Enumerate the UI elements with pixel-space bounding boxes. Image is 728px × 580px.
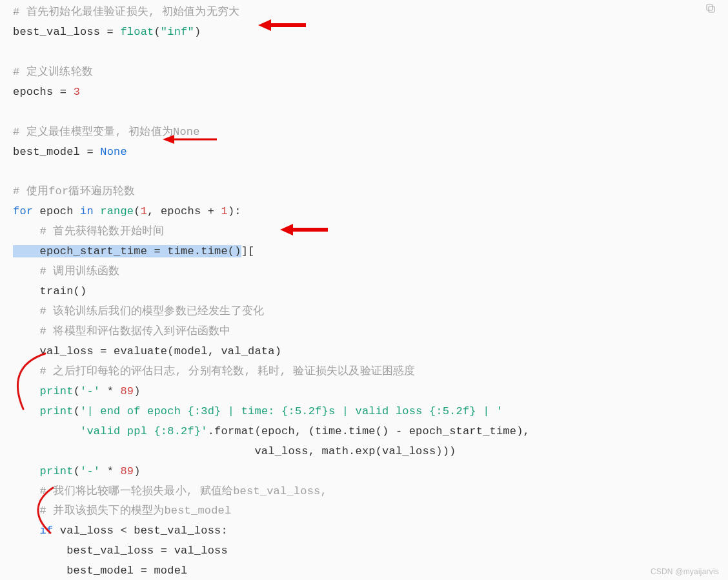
code-line: best_model = model xyxy=(13,561,728,580)
code-comment: # 我们将比较哪一轮损失最小, 赋值给best_val_loss, xyxy=(13,485,327,497)
code-comment: # 首先获得轮数开始时间 xyxy=(13,225,164,237)
code-comment: # 定义训练轮数 xyxy=(13,66,93,78)
code-line: for epoch in range(1, epochs + 1): xyxy=(13,202,728,222)
copy-icon[interactable] xyxy=(703,1,718,15)
code-comment: # 定义最佳模型变量, 初始值为None xyxy=(13,126,200,138)
code-comment: # 调用训练函数 xyxy=(13,265,120,277)
code-line: 'valid ppl {:8.2f}'.format(epoch, (time.… xyxy=(13,422,728,442)
svg-rect-1 xyxy=(707,5,713,10)
code-comment: # 首先初始化最佳验证损失, 初始值为无穷大 xyxy=(13,6,239,18)
svg-rect-0 xyxy=(709,6,714,12)
code-line: print('-' * 89) xyxy=(13,462,728,482)
code-line: val_loss, math.exp(val_loss))) xyxy=(13,442,728,462)
code-line: if val_loss < best_val_loss: xyxy=(13,521,728,541)
watermark: CSDN @myaijarvis xyxy=(651,567,719,576)
code-line-selected: epoch_start_time = time.time()][ xyxy=(13,242,728,262)
code-comment: # 之后打印每轮的评估日志, 分别有轮数, 耗时, 验证损失以及验证困惑度 xyxy=(13,365,416,377)
code-comment: # 将模型和评估数据传入到评估函数中 xyxy=(13,325,231,337)
code-comment: # 并取该损失下的模型为best_model xyxy=(13,505,231,517)
code-line: print('-' * 89) xyxy=(13,382,728,402)
code-line: epochs = 3 xyxy=(13,83,728,103)
code-line: best_model = None xyxy=(13,143,728,163)
code-line: best_val_loss = val_loss xyxy=(13,541,728,561)
code-comment: # 使用for循环遍历轮数 xyxy=(13,185,136,197)
code-block: # 首先初始化最佳验证损失, 初始值为无穷大 best_val_loss = f… xyxy=(0,0,728,580)
code-line: best_val_loss = float("inf") xyxy=(13,23,728,43)
code-line: train() xyxy=(13,282,728,302)
text-cursor: ][ xyxy=(241,245,255,257)
code-line: print('| end of epoch {:3d} | time: {:5.… xyxy=(13,402,728,422)
code-comment: # 该轮训练后我们的模型参数已经发生了变化 xyxy=(13,305,264,317)
code-line: val_loss = evaluate(model, val_data) xyxy=(13,342,728,362)
